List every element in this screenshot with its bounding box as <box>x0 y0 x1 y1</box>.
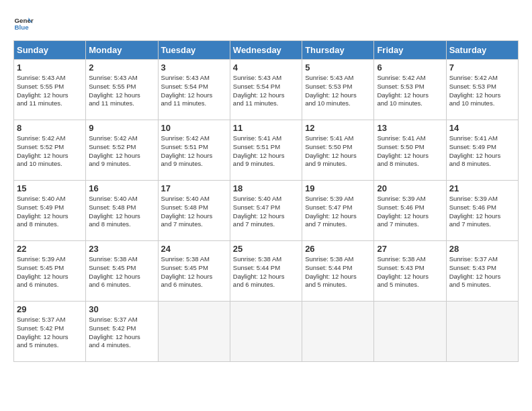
day-number: 4 <box>233 62 299 73</box>
day-info: Sunrise: 5:38 AM Sunset: 5:44 PM Dayligh… <box>305 255 371 289</box>
day-number: 30 <box>89 304 154 314</box>
col-header-tuesday: Tuesday <box>158 41 230 60</box>
week-row-3: 15Sunrise: 5:40 AM Sunset: 5:49 PM Dayli… <box>14 181 519 241</box>
day-info: Sunrise: 5:42 AM Sunset: 5:53 PM Dayligh… <box>449 74 515 108</box>
calendar-cell: 21Sunrise: 5:39 AM Sunset: 5:46 PM Dayli… <box>446 181 518 241</box>
week-row-5: 29Sunrise: 5:37 AM Sunset: 5:42 PM Dayli… <box>14 302 519 362</box>
day-number: 1 <box>17 62 83 73</box>
day-info: Sunrise: 5:40 AM Sunset: 5:49 PM Dayligh… <box>17 195 83 229</box>
day-number: 27 <box>377 244 443 254</box>
week-row-4: 22Sunrise: 5:39 AM Sunset: 5:45 PM Dayli… <box>14 241 519 302</box>
calendar-cell: 17Sunrise: 5:40 AM Sunset: 5:48 PM Dayli… <box>158 181 230 241</box>
calendar-cell: 11Sunrise: 5:41 AM Sunset: 5:51 PM Dayli… <box>230 120 302 181</box>
calendar-cell: 24Sunrise: 5:38 AM Sunset: 5:45 PM Dayli… <box>158 241 230 302</box>
calendar-cell: 4Sunrise: 5:43 AM Sunset: 5:54 PM Daylig… <box>230 60 302 120</box>
day-number: 5 <box>305 62 371 73</box>
day-number: 19 <box>305 183 371 193</box>
day-info: Sunrise: 5:42 AM Sunset: 5:52 PM Dayligh… <box>17 134 83 169</box>
col-header-sunday: Sunday <box>14 41 86 60</box>
calendar-cell <box>158 302 230 362</box>
day-number: 15 <box>17 183 83 193</box>
calendar-cell: 23Sunrise: 5:38 AM Sunset: 5:45 PM Dayli… <box>86 241 158 302</box>
day-info: Sunrise: 5:42 AM Sunset: 5:53 PM Dayligh… <box>377 74 443 108</box>
day-number: 26 <box>305 244 371 254</box>
day-info: Sunrise: 5:43 AM Sunset: 5:53 PM Dayligh… <box>305 74 371 108</box>
day-info: Sunrise: 5:39 AM Sunset: 5:45 PM Dayligh… <box>17 255 83 289</box>
calendar-table: SundayMondayTuesdayWednesdayThursdayFrid… <box>13 40 519 362</box>
calendar-cell: 28Sunrise: 5:37 AM Sunset: 5:43 PM Dayli… <box>446 241 518 302</box>
day-info: Sunrise: 5:38 AM Sunset: 5:45 PM Dayligh… <box>89 255 154 289</box>
day-info: Sunrise: 5:38 AM Sunset: 5:45 PM Dayligh… <box>161 255 227 289</box>
week-row-1: 1Sunrise: 5:43 AM Sunset: 5:55 PM Daylig… <box>14 60 519 120</box>
day-number: 23 <box>89 244 154 254</box>
day-number: 18 <box>233 183 299 193</box>
day-number: 14 <box>449 123 515 133</box>
day-number: 28 <box>449 244 515 254</box>
day-info: Sunrise: 5:42 AM Sunset: 5:51 PM Dayligh… <box>161 134 227 169</box>
calendar-cell: 26Sunrise: 5:38 AM Sunset: 5:44 PM Dayli… <box>302 241 374 302</box>
day-number: 2 <box>89 62 154 73</box>
calendar-cell: 7Sunrise: 5:42 AM Sunset: 5:53 PM Daylig… <box>446 60 518 120</box>
col-header-thursday: Thursday <box>302 41 374 60</box>
page-header: General Blue <box>13 13 519 34</box>
header-row: SundayMondayTuesdayWednesdayThursdayFrid… <box>14 41 519 60</box>
day-number: 21 <box>449 183 515 193</box>
day-number: 9 <box>89 123 154 133</box>
day-info: Sunrise: 5:43 AM Sunset: 5:55 PM Dayligh… <box>89 74 154 108</box>
calendar-cell: 13Sunrise: 5:41 AM Sunset: 5:50 PM Dayli… <box>374 120 446 181</box>
calendar-cell: 20Sunrise: 5:39 AM Sunset: 5:46 PM Dayli… <box>374 181 446 241</box>
day-number: 22 <box>17 244 83 254</box>
calendar-cell: 12Sunrise: 5:41 AM Sunset: 5:50 PM Dayli… <box>302 120 374 181</box>
day-info: Sunrise: 5:43 AM Sunset: 5:54 PM Dayligh… <box>161 74 227 108</box>
day-info: Sunrise: 5:43 AM Sunset: 5:54 PM Dayligh… <box>233 74 299 108</box>
day-info: Sunrise: 5:39 AM Sunset: 5:46 PM Dayligh… <box>449 195 515 229</box>
day-number: 10 <box>161 123 227 133</box>
calendar-cell: 18Sunrise: 5:40 AM Sunset: 5:47 PM Dayli… <box>230 181 302 241</box>
calendar-cell: 8Sunrise: 5:42 AM Sunset: 5:52 PM Daylig… <box>14 120 86 181</box>
day-info: Sunrise: 5:39 AM Sunset: 5:46 PM Dayligh… <box>377 195 443 229</box>
day-info: Sunrise: 5:37 AM Sunset: 5:43 PM Dayligh… <box>449 255 515 289</box>
week-row-2: 8Sunrise: 5:42 AM Sunset: 5:52 PM Daylig… <box>14 120 519 181</box>
calendar-cell <box>446 302 518 362</box>
day-info: Sunrise: 5:41 AM Sunset: 5:49 PM Dayligh… <box>449 134 515 169</box>
day-info: Sunrise: 5:41 AM Sunset: 5:50 PM Dayligh… <box>305 134 371 169</box>
day-info: Sunrise: 5:38 AM Sunset: 5:43 PM Dayligh… <box>377 255 443 289</box>
calendar-cell: 15Sunrise: 5:40 AM Sunset: 5:49 PM Dayli… <box>14 181 86 241</box>
day-info: Sunrise: 5:40 AM Sunset: 5:48 PM Dayligh… <box>161 195 227 229</box>
calendar-cell: 3Sunrise: 5:43 AM Sunset: 5:54 PM Daylig… <box>158 60 230 120</box>
calendar-cell <box>230 302 302 362</box>
day-info: Sunrise: 5:41 AM Sunset: 5:51 PM Dayligh… <box>233 134 299 169</box>
calendar-cell <box>302 302 374 362</box>
calendar-cell <box>374 302 446 362</box>
col-header-wednesday: Wednesday <box>230 41 302 60</box>
day-number: 16 <box>89 183 154 193</box>
calendar-cell: 6Sunrise: 5:42 AM Sunset: 5:53 PM Daylig… <box>374 60 446 120</box>
day-number: 8 <box>17 123 83 133</box>
calendar-cell: 27Sunrise: 5:38 AM Sunset: 5:43 PM Dayli… <box>374 241 446 302</box>
day-number: 20 <box>377 183 443 193</box>
calendar-cell: 16Sunrise: 5:40 AM Sunset: 5:48 PM Dayli… <box>86 181 158 241</box>
day-number: 24 <box>161 244 227 254</box>
day-info: Sunrise: 5:37 AM Sunset: 5:42 PM Dayligh… <box>17 316 83 350</box>
day-number: 7 <box>449 62 515 73</box>
day-number: 25 <box>233 244 299 254</box>
day-number: 12 <box>305 123 371 133</box>
svg-text:General: General <box>15 17 34 24</box>
col-header-monday: Monday <box>86 41 158 60</box>
calendar-cell: 14Sunrise: 5:41 AM Sunset: 5:49 PM Dayli… <box>446 120 518 181</box>
day-info: Sunrise: 5:39 AM Sunset: 5:47 PM Dayligh… <box>305 195 371 229</box>
calendar-cell: 2Sunrise: 5:43 AM Sunset: 5:55 PM Daylig… <box>86 60 158 120</box>
day-number: 13 <box>377 123 443 133</box>
calendar-cell: 25Sunrise: 5:38 AM Sunset: 5:44 PM Dayli… <box>230 241 302 302</box>
day-number: 29 <box>17 304 83 314</box>
calendar-cell: 22Sunrise: 5:39 AM Sunset: 5:45 PM Dayli… <box>14 241 86 302</box>
day-info: Sunrise: 5:42 AM Sunset: 5:52 PM Dayligh… <box>89 134 154 169</box>
col-header-friday: Friday <box>374 41 446 60</box>
col-header-saturday: Saturday <box>446 41 518 60</box>
calendar-cell: 9Sunrise: 5:42 AM Sunset: 5:52 PM Daylig… <box>86 120 158 181</box>
day-info: Sunrise: 5:40 AM Sunset: 5:47 PM Dayligh… <box>233 195 299 229</box>
calendar-cell: 19Sunrise: 5:39 AM Sunset: 5:47 PM Dayli… <box>302 181 374 241</box>
day-number: 17 <box>161 183 227 193</box>
calendar-cell: 30Sunrise: 5:37 AM Sunset: 5:42 PM Dayli… <box>86 302 158 362</box>
calendar-cell: 29Sunrise: 5:37 AM Sunset: 5:42 PM Dayli… <box>14 302 86 362</box>
